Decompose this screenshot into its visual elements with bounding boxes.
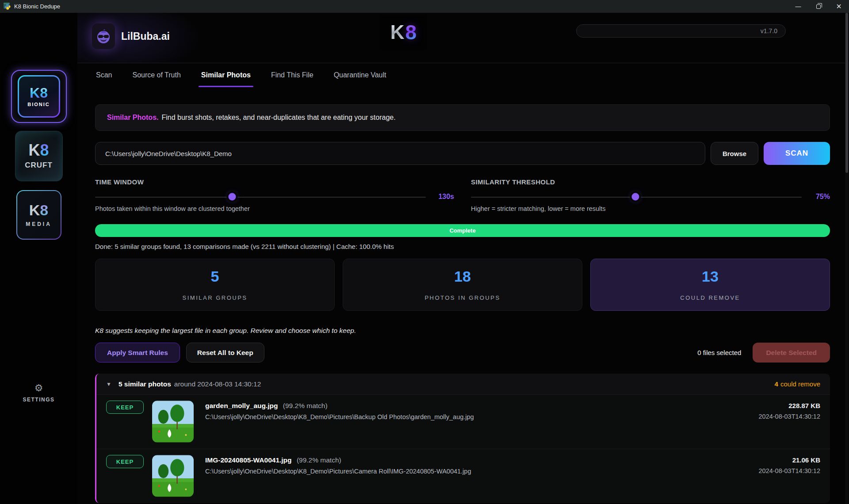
titlebar: K8 Bionic Dedupe — ×	[0, 0, 849, 13]
browse-button[interactable]: Browse	[711, 142, 758, 165]
keep-toggle-button[interactable]: KEEP	[106, 455, 144, 468]
tab-source-of-truth[interactable]: Source of Truth	[132, 63, 180, 87]
time-window-control: TIME WINDOW 130s Photos taken within thi…	[95, 178, 454, 212]
version-text: v1.7.0	[761, 27, 777, 34]
similarity-value: 75%	[809, 193, 830, 201]
minimize-button[interactable]: —	[788, 0, 808, 13]
file-name: garden_molly_aug.jpg	[205, 402, 278, 409]
main-panel: LilBuba.ai K8 v1.7.0 Scan Source of Trut…	[77, 13, 849, 504]
reset-all-to-keep-button[interactable]: Reset All to Keep	[186, 343, 264, 363]
photo-row: KEEP	[96, 449, 830, 503]
baby-face-sunglasses-icon	[92, 23, 115, 49]
version-pill: v1.7.0	[576, 24, 786, 38]
k8-cruft-icon: K8	[28, 142, 49, 158]
time-window-slider-thumb[interactable]	[229, 193, 236, 201]
stat-label: COULD REMOVE	[680, 294, 740, 301]
vertical-scrollbar[interactable]	[845, 13, 849, 504]
settings-button[interactable]: ⚙ SETTINGS	[0, 383, 77, 403]
restore-button[interactable]	[808, 0, 829, 13]
suggestion-text: K8 suggests keeping the largest file in …	[95, 327, 830, 335]
minimize-icon: —	[795, 3, 801, 10]
window-controls: — ×	[788, 0, 849, 13]
files-selected-count: 0 files selected	[697, 349, 741, 356]
tab-scan[interactable]: Scan	[96, 63, 112, 87]
file-size: 228.87 KB	[759, 402, 820, 409]
sidebar-item-k8-bionic[interactable]: K8 BIONIC	[11, 70, 67, 123]
photo-row: KEEP	[96, 395, 830, 449]
similarity-label: SIMILARITY THRESHOLD	[471, 178, 830, 186]
tab-bar: Scan Source of Truth Similar Photos Find…	[77, 63, 849, 87]
sidebar: K8 BIONIC K8 CRUFT K8 MEDIA ⚙ SETTINGS	[0, 13, 77, 504]
stat-value: 18	[454, 269, 471, 284]
k8-bionic-label: BIONIC	[27, 102, 50, 107]
window-title: K8 Bionic Dedupe	[14, 3, 60, 10]
close-icon: ×	[836, 1, 841, 11]
tab-find-this-file[interactable]: Find This File	[271, 63, 314, 87]
keep-toggle-button[interactable]: KEEP	[106, 401, 144, 414]
intro-banner: Similar Photos. Find burst shots, retake…	[95, 104, 830, 131]
similarity-hint: Higher = stricter matching, lower = more…	[471, 205, 830, 212]
photo-thumbnail[interactable]	[152, 455, 194, 497]
stat-label: PHOTOS IN GROUPS	[424, 294, 500, 301]
time-window-value: 130s	[433, 193, 454, 201]
apply-smart-rules-button[interactable]: Apply Smart Rules	[95, 343, 180, 363]
content: Similar Photos. Find burst shots, retake…	[77, 104, 849, 503]
file-name: IMG-20240805-WA0041.jpg	[205, 456, 292, 464]
intro-title: Similar Photos.	[107, 114, 158, 122]
stat-value: 5	[211, 269, 219, 284]
file-date: 2024-08-03T14:30:12	[759, 413, 820, 420]
k8-bionic-icon: K8 BIONIC	[18, 75, 60, 118]
group-title: 5 similar photos	[119, 380, 171, 388]
photo-thumbnail[interactable]	[152, 401, 194, 443]
match-percentage: (99.2% match)	[297, 456, 341, 464]
tab-similar-photos[interactable]: Similar Photos	[201, 63, 251, 87]
file-date: 2024-08-03T14:30:12	[759, 467, 820, 474]
stat-label: SIMILAR GROUPS	[183, 294, 248, 301]
stat-card-similar-groups: 5 SIMILAR GROUPS	[95, 259, 335, 311]
scrollbar-thumb[interactable]	[845, 13, 848, 173]
similarity-slider-thumb[interactable]	[631, 193, 639, 201]
stat-card-could-remove: 13 COULD REMOVE	[590, 259, 830, 311]
stat-value: 13	[702, 269, 719, 284]
app-header: LilBuba.ai K8 v1.7.0	[77, 13, 849, 63]
scan-status-text: Done: 5 similar groups found, 13 compari…	[95, 243, 830, 250]
k8-media-icon: K8	[29, 202, 48, 218]
group-header[interactable]: ▼ 5 similar photos around 2024-08-03 14:…	[96, 374, 830, 395]
similar-group-card: ▼ 5 similar photos around 2024-08-03 14:…	[95, 374, 830, 503]
python-icon	[4, 3, 11, 10]
scan-button[interactable]: SCAN	[764, 142, 830, 165]
brand-name: LilBuba.ai	[121, 31, 170, 42]
k8-logo: K8	[380, 15, 427, 50]
similarity-slider[interactable]	[471, 193, 802, 201]
similarity-control: SIMILARITY THRESHOLD 75% Higher = strict…	[471, 178, 830, 212]
progress-label: Complete	[449, 227, 475, 234]
actions-row: Apply Smart Rules Reset All to Keep 0 fi…	[95, 343, 830, 363]
settings-label: SETTINGS	[23, 397, 54, 403]
stat-cards: 5 SIMILAR GROUPS 18 PHOTOS IN GROUPS 13 …	[95, 259, 830, 311]
sidebar-item-k8-cruft[interactable]: K8 CRUFT	[15, 131, 63, 181]
gear-icon: ⚙	[34, 383, 43, 393]
file-size: 21.06 KB	[759, 456, 820, 464]
k8-cruft-label: CRUFT	[25, 161, 53, 170]
could-remove-badge: 4could remove	[775, 380, 820, 388]
intro-text: Find burst shots, retakes, and near-dupl…	[161, 114, 395, 122]
file-path: C:\Users\jolly\OneDrive\Desktop\K8_Demo\…	[205, 413, 759, 420]
group-subtitle: around 2024-08-03 14:30:12	[174, 380, 261, 388]
brand: LilBuba.ai	[92, 23, 170, 49]
folder-path-input[interactable]	[95, 142, 705, 165]
triangle-down-icon[interactable]: ▼	[106, 381, 111, 387]
restore-icon	[816, 4, 821, 9]
sidebar-item-k8-media[interactable]: K8 MEDIA	[16, 190, 61, 240]
match-percentage: (99.2% match)	[283, 402, 328, 409]
time-window-slider[interactable]	[95, 193, 426, 201]
progress-bar: Complete	[95, 224, 830, 237]
time-window-hint: Photos taken within this window are clus…	[95, 205, 454, 212]
close-button[interactable]: ×	[829, 0, 849, 13]
tab-quarantine-vault[interactable]: Quarantine Vault	[334, 63, 386, 87]
file-path: C:\Users\jolly\OneDrive\Desktop\K8_Demo\…	[205, 468, 759, 475]
delete-selected-button[interactable]: Delete Selected	[753, 343, 830, 363]
stat-card-photos-in-groups: 18 PHOTOS IN GROUPS	[343, 259, 582, 311]
scan-row: Browse SCAN	[95, 142, 830, 165]
sliders-section: TIME WINDOW 130s Photos taken within thi…	[95, 178, 830, 212]
time-window-label: TIME WINDOW	[95, 178, 454, 186]
